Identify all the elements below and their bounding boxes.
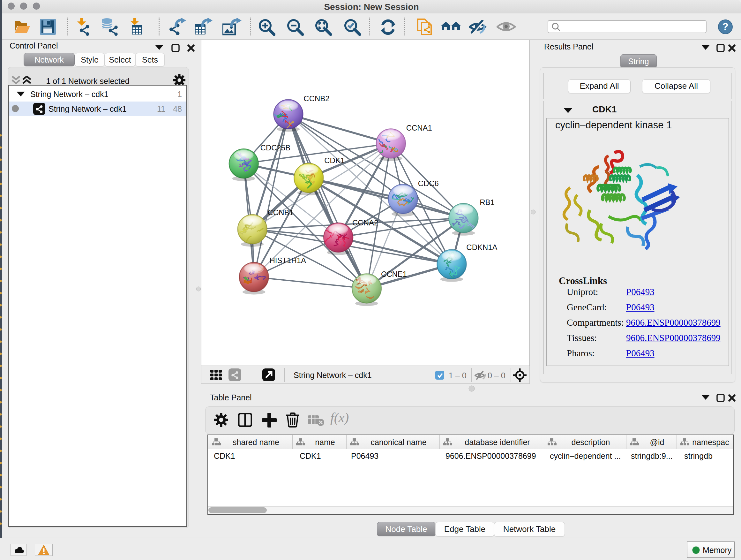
svg-text:?: ? <box>722 21 729 32</box>
svg-text:CCNA1: CCNA1 <box>406 124 432 132</box>
svg-text:CDC6: CDC6 <box>418 179 439 188</box>
svg-text:CCNA2: CCNA2 <box>352 219 378 227</box>
svg-text:CCNE1: CCNE1 <box>381 270 407 278</box>
svg-text:CCNB2: CCNB2 <box>304 94 329 103</box>
svg-text:CDC25B: CDC25B <box>260 143 290 152</box>
svg-text:RB1: RB1 <box>480 198 495 206</box>
svg-text:HIST1H1A: HIST1H1A <box>270 256 306 265</box>
svg-text:CDKN1A: CDKN1A <box>466 243 497 252</box>
svg-text:CDK1: CDK1 <box>324 156 345 165</box>
svg-text:CCNB1: CCNB1 <box>268 208 293 217</box>
